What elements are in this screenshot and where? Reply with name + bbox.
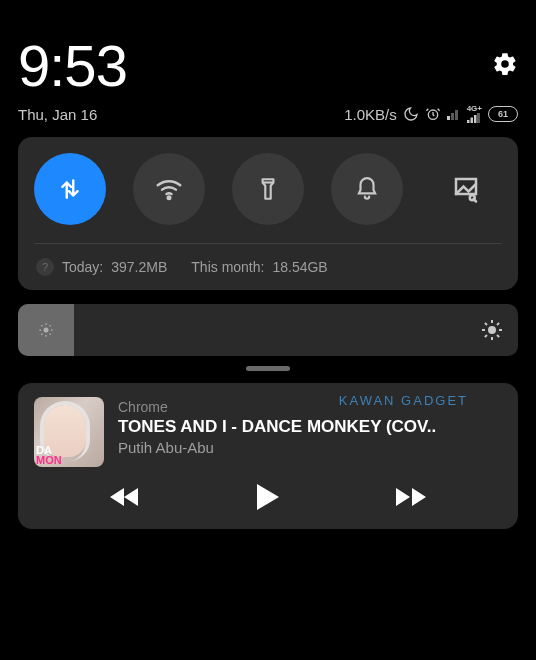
data-today-label: Today: xyxy=(62,259,103,275)
qs-wifi[interactable] xyxy=(133,153,205,225)
data-today-value: 397.2MB xyxy=(111,259,167,275)
next-icon xyxy=(396,486,426,508)
network-speed: 1.0KB/s xyxy=(344,106,397,123)
network-badge: 4G+ xyxy=(467,105,482,113)
data-usage-row[interactable]: ? Today: 397.2MB This month: 18.54GB xyxy=(34,258,502,278)
date-label: Thu, Jan 16 xyxy=(18,106,97,123)
qs-dnd[interactable] xyxy=(331,153,403,225)
brightness-low-icon xyxy=(36,320,56,340)
quick-settings-panel: ? Today: 397.2MB This month: 18.54GB xyxy=(18,137,518,290)
moon-icon xyxy=(403,106,419,122)
media-play-button[interactable] xyxy=(248,477,288,517)
brightness-fill xyxy=(18,304,74,356)
svg-point-4 xyxy=(488,326,496,334)
brightness-slider[interactable] xyxy=(18,304,518,356)
album-art: DAMON xyxy=(34,397,104,467)
watermark: KAWAN GADGET xyxy=(339,393,468,408)
settings-button[interactable] xyxy=(492,51,518,81)
media-next-button[interactable] xyxy=(391,477,431,517)
media-notification[interactable]: KAWAN GADGET DAMON Chrome TONES AND I - … xyxy=(18,383,518,529)
battery-indicator: 61 xyxy=(488,106,518,122)
media-artist: Putih Abu-Abu xyxy=(118,439,502,456)
media-previous-button[interactable] xyxy=(105,477,145,517)
flashlight-icon xyxy=(255,176,281,202)
alarm-icon xyxy=(425,106,441,122)
svg-point-3 xyxy=(44,328,49,333)
qs-screenshot[interactable] xyxy=(430,153,502,225)
status-bar-right: 1.0KB/s 4G+ 61 xyxy=(344,105,518,123)
previous-icon xyxy=(110,486,140,508)
gear-icon xyxy=(492,51,518,77)
screenshot-icon xyxy=(451,174,481,204)
clock-time: 9:53 xyxy=(18,32,127,99)
svg-point-1 xyxy=(168,197,171,200)
signal-1-icon xyxy=(447,108,461,120)
data-month-label: This month: xyxy=(191,259,264,275)
help-icon: ? xyxy=(36,258,54,276)
media-title: TONES AND I - DANCE MONKEY (COV.. xyxy=(118,417,502,437)
play-icon xyxy=(257,484,279,510)
shade-handle[interactable] xyxy=(246,366,290,371)
wifi-icon xyxy=(154,174,184,204)
signal-2-icon xyxy=(467,113,481,123)
bell-icon xyxy=(354,176,380,202)
brightness-high-icon xyxy=(480,318,504,342)
data-month-value: 18.54GB xyxy=(272,259,327,275)
qs-divider xyxy=(34,243,502,244)
data-arrows-icon xyxy=(57,176,83,202)
qs-mobile-data[interactable] xyxy=(34,153,106,225)
qs-flashlight[interactable] xyxy=(232,153,304,225)
